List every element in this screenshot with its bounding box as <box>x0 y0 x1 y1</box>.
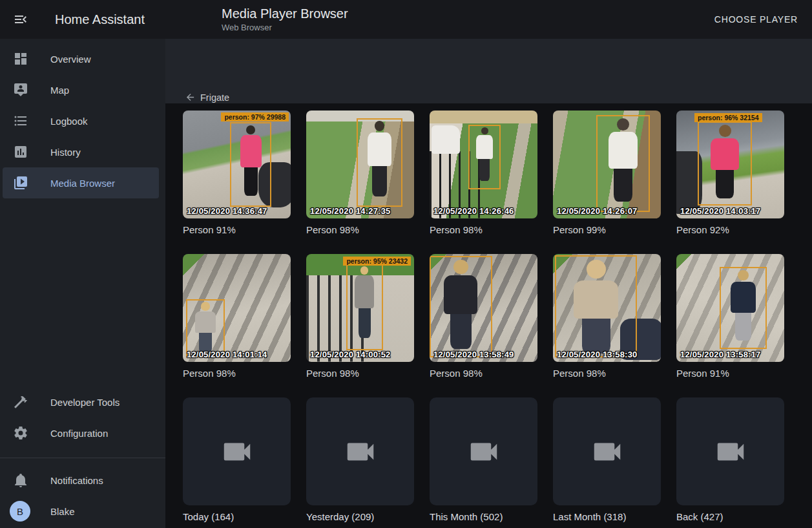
clip-thumbnail: person: 97% 29988 12/05/2020 14:36:47 <box>183 111 291 218</box>
folder-label: This Month (502) <box>430 511 537 523</box>
clip-item[interactable]: person: 95% 23432 12/05/2020 14:00:52 Pe… <box>306 254 414 379</box>
sidebar-nav: Overview Map Logbook History Media Brows… <box>0 39 165 198</box>
folder-tile <box>553 397 661 505</box>
clip-caption: Person 92% <box>676 224 784 236</box>
content-header: Frigate Clips (820) <box>165 39 812 103</box>
sidebar-item-configuration[interactable]: Configuration <box>0 417 165 449</box>
sidebar-item-label: Developer Tools <box>50 397 120 408</box>
clip-item[interactable]: 12/05/2020 13:58:30 Person 98% <box>553 254 661 379</box>
breadcrumb[interactable]: Frigate <box>185 92 229 103</box>
folder-label: Yesterday (209) <box>306 511 414 523</box>
folder-tile <box>676 397 784 505</box>
clip-item[interactable]: 12/05/2020 14:26:46 Person 98% <box>430 111 537 236</box>
folder-item-this-month[interactable]: This Month (502) <box>430 397 537 523</box>
person-figure <box>470 126 499 188</box>
page-title: Media Player Browser <box>222 6 348 21</box>
clip-caption: Person 98% <box>306 368 414 379</box>
media-grid-area: person: 97% 29988 12/05/2020 14:36:47 Pe… <box>165 103 812 528</box>
clip-thumbnail: 12/05/2020 14:01:14 <box>183 254 291 362</box>
sidebar-item-label: Notifications <box>50 475 103 486</box>
play-box-multiple-icon <box>13 175 28 191</box>
person-figure <box>598 116 649 211</box>
detection-bounding-box <box>468 125 501 189</box>
folder-tile <box>430 397 537 505</box>
detection-bounding-box <box>596 115 651 212</box>
clip-item[interactable]: 12/05/2020 13:58:49 Person 98% <box>430 254 537 379</box>
video-icon <box>590 434 625 469</box>
video-icon <box>713 434 748 469</box>
detection-tag: person: 96% 32154 <box>694 113 762 122</box>
main-content: Frigate Clips (820) person: 97% 29988 12… <box>165 39 812 528</box>
chart-box-icon <box>13 144 28 160</box>
clip-thumbnail: 12/05/2020 13:58:49 <box>430 254 537 362</box>
folder-label: Last Month (318) <box>553 511 661 523</box>
clip-thumbnail: 12/05/2020 13:58:17 <box>676 254 784 362</box>
menu-open-icon[interactable] <box>13 12 28 27</box>
user-name: Blake <box>50 506 75 517</box>
person-figure <box>556 257 636 357</box>
video-icon <box>220 434 255 469</box>
detection-bounding-box <box>230 122 271 206</box>
app-title: Home Assistant <box>55 12 145 27</box>
timestamp-overlay: 12/05/2020 14:27:35 <box>310 206 391 216</box>
sidebar-item-overview[interactable]: Overview <box>0 43 165 74</box>
sidebar-item-label: History <box>50 147 81 158</box>
folder-tile <box>306 397 414 505</box>
sidebar-item-media-browser[interactable]: Media Browser <box>3 167 159 198</box>
timestamp-overlay: 12/05/2020 14:00:52 <box>310 350 391 359</box>
sidebar-item-user[interactable]: B Blake <box>0 496 165 527</box>
sidebar-item-map[interactable]: Map <box>0 74 165 105</box>
gear-icon <box>13 425 28 441</box>
sidebar-item-history[interactable]: History <box>0 136 165 167</box>
sidebar-item-logbook[interactable]: Logbook <box>0 105 165 136</box>
person-figure <box>699 123 751 204</box>
clip-caption: Person 99% <box>553 224 661 236</box>
clip-caption: Person 98% <box>306 224 414 236</box>
clip-item[interactable]: 12/05/2020 14:26:07 Person 99% <box>553 111 661 236</box>
clip-caption: Person 98% <box>183 368 291 379</box>
person-figure <box>231 123 269 205</box>
folder-item-back[interactable]: Back (427) <box>676 397 784 523</box>
media-grid: person: 97% 29988 12/05/2020 14:36:47 Pe… <box>165 103 812 523</box>
timestamp-overlay: 12/05/2020 14:26:07 <box>557 206 638 216</box>
clip-thumbnail: 12/05/2020 14:26:46 <box>430 111 537 218</box>
sidebar-secondary-nav: Developer Tools Configuration <box>0 386 165 449</box>
timestamp-overlay: 12/05/2020 14:03:17 <box>680 206 761 216</box>
list-bulleted-icon <box>13 113 28 129</box>
clip-caption: Person 98% <box>553 368 661 379</box>
detection-bounding-box <box>357 118 402 207</box>
clip-thumbnail: 12/05/2020 13:58:30 <box>553 254 661 362</box>
breadcrumb-label: Frigate <box>200 92 229 103</box>
clip-caption: Person 98% <box>430 368 537 379</box>
page-heading: Media Player Browser Web Browser <box>222 6 348 33</box>
detection-bounding-box <box>430 256 492 357</box>
clip-thumbnail: 12/05/2020 14:27:35 <box>306 111 414 218</box>
sidebar: Overview Map Logbook History Media Brows… <box>0 39 165 528</box>
clip-thumbnail: person: 96% 32154 12/05/2020 14:03:17 <box>676 111 784 218</box>
folder-item-yesterday[interactable]: Yesterday (209) <box>306 397 414 523</box>
sidebar-item-notifications[interactable]: Notifications <box>0 465 165 496</box>
sidebar-item-label: Configuration <box>50 428 108 439</box>
sidebar-item-developer-tools[interactable]: Developer Tools <box>0 386 165 417</box>
detection-bounding-box <box>186 299 225 357</box>
clip-item[interactable]: 12/05/2020 13:58:17 Person 91% <box>676 254 784 379</box>
clip-item[interactable]: 12/05/2020 14:01:14 Person 98% <box>183 254 291 379</box>
folder-item-today[interactable]: Today (164) <box>183 397 291 523</box>
sidebar-item-label: Overview <box>50 54 91 65</box>
sidebar-header: Home Assistant <box>0 12 165 27</box>
timestamp-overlay: 12/05/2020 14:26:46 <box>433 206 514 216</box>
choose-player-button[interactable]: CHOOSE PLAYER <box>709 9 803 30</box>
folder-tile <box>183 397 291 505</box>
sidebar-item-label: Map <box>50 85 69 96</box>
clip-item[interactable]: person: 96% 32154 12/05/2020 14:03:17 Pe… <box>676 111 784 236</box>
detection-bounding-box <box>720 267 767 349</box>
clip-item[interactable]: person: 97% 29988 12/05/2020 14:36:47 Pe… <box>183 111 291 236</box>
clip-item[interactable]: 12/05/2020 14:27:35 Person 98% <box>306 111 414 236</box>
detection-tag: person: 97% 29988 <box>221 112 289 121</box>
clip-thumbnail: person: 95% 23432 12/05/2020 14:00:52 <box>306 254 414 362</box>
folder-label: Back (427) <box>676 511 784 523</box>
timestamp-overlay: 12/05/2020 13:58:30 <box>557 350 638 359</box>
folder-item-last-month[interactable]: Last Month (318) <box>553 397 661 523</box>
view-dashboard-icon <box>13 51 28 67</box>
sidebar-item-label: Media Browser <box>50 178 115 189</box>
